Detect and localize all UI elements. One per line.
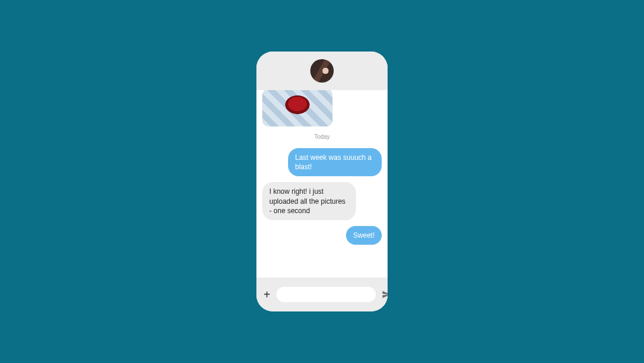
message-thread[interactable]: Today Last week was suuuch a blast! I kn… — [256, 90, 388, 278]
plus-icon: + — [263, 288, 270, 302]
message-bubble-sent[interactable]: Last week was suuuch a blast! — [288, 148, 382, 176]
chat-window: Today Last week was suuuch a blast! I kn… — [256, 52, 388, 311]
message-composer: + — [256, 278, 388, 311]
add-attachment-button[interactable]: + — [263, 289, 270, 300]
date-separator: Today — [314, 133, 330, 140]
message-image-thumbnail[interactable] — [262, 90, 333, 126]
message-bubble-received[interactable]: I know right! i just uploaded all the pi… — [262, 182, 356, 220]
message-bubble-sent[interactable]: Sweet! — [346, 226, 382, 245]
send-icon — [382, 290, 388, 299]
message-input[interactable] — [276, 287, 376, 302]
send-button[interactable] — [382, 288, 388, 301]
contact-avatar[interactable] — [310, 59, 334, 83]
chat-header — [256, 52, 388, 90]
